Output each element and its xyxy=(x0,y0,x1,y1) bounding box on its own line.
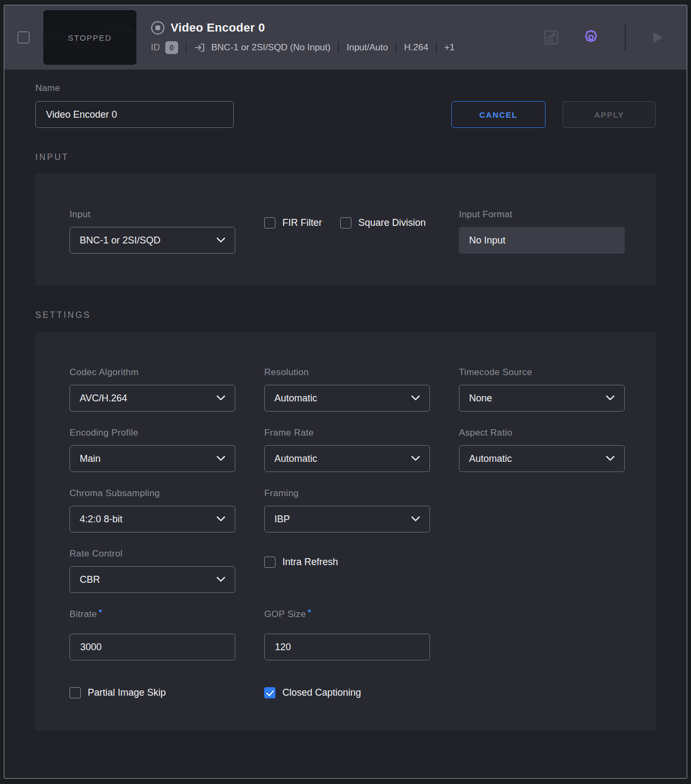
framing-value: IBP xyxy=(274,514,411,525)
required-dot xyxy=(99,610,102,612)
closed-captioning-checkbox[interactable] xyxy=(264,687,275,698)
framing-label: Framing xyxy=(264,488,430,499)
fir-filter-label: FIR Filter xyxy=(282,217,322,229)
rate-control-select[interactable]: CBR xyxy=(70,566,235,593)
fir-filter-checkbox[interactable] xyxy=(264,217,275,229)
chevron-down-icon xyxy=(217,238,225,243)
encoding-profile-value: Main xyxy=(80,453,217,465)
framing-select[interactable]: IBP xyxy=(264,506,430,532)
timecode-source-value: None xyxy=(469,393,606,404)
encoding-profile-label: Encoding Profile xyxy=(70,428,235,438)
frame-rate-value: Automatic xyxy=(274,453,411,465)
chroma-subsampling-value: 4:2:0 8-bit xyxy=(80,514,217,525)
divider xyxy=(186,42,187,54)
chevron-down-icon xyxy=(217,395,225,401)
required-dot xyxy=(308,610,311,612)
chart-icon xyxy=(543,29,560,46)
partial-image-skip-checkbox[interactable] xyxy=(70,687,81,698)
square-division-label: Square Division xyxy=(358,217,426,229)
gear-icon xyxy=(582,28,600,47)
settings-card: Codec Algorithm AVC/H.264 Resolution Aut… xyxy=(35,332,656,730)
aspect-ratio-select[interactable]: Automatic xyxy=(459,445,625,472)
meta-more: +1 xyxy=(444,42,455,53)
frame-rate-label: Frame Rate xyxy=(264,428,430,438)
page-title: Video Encoder 0 xyxy=(171,21,265,35)
gop-size-input[interactable] xyxy=(264,634,430,660)
cancel-button[interactable]: CANCEL xyxy=(451,101,546,128)
divider xyxy=(395,42,396,54)
bitrate-input[interactable] xyxy=(70,634,235,660)
intra-refresh-checkbox[interactable] xyxy=(264,557,275,568)
input-select[interactable]: BNC-1 or 2SI/SQD xyxy=(70,227,235,254)
divider xyxy=(338,42,339,54)
chevron-down-icon xyxy=(606,395,615,401)
meta-codec: H.264 xyxy=(404,42,428,53)
chevron-down-icon xyxy=(411,456,420,461)
codec-algorithm-select[interactable]: AVC/H.264 xyxy=(70,385,235,412)
resolution-select[interactable]: Automatic xyxy=(264,385,430,412)
chevron-down-icon xyxy=(411,516,420,522)
stats-button[interactable] xyxy=(542,28,561,47)
gop-size-label: GOP Size xyxy=(264,609,430,620)
rate-control-value: CBR xyxy=(80,574,217,585)
divider xyxy=(625,25,626,50)
encoder-form: Name CANCEL APPLY INPUT Input BNC-1 or 2… xyxy=(4,70,687,778)
gop-size-label-text: GOP Size xyxy=(264,609,306,619)
chevron-down-icon xyxy=(217,577,225,582)
settings-section-title: SETTINGS xyxy=(35,310,656,320)
apply-button[interactable]: APPLY xyxy=(563,101,656,128)
input-format-label: Input Format xyxy=(459,209,625,220)
rate-control-label: Rate Control xyxy=(70,549,235,559)
chroma-subsampling-label: Chroma Subsampling xyxy=(70,488,235,499)
encoder-header: STOPPED Video Encoder 0 ID 0 BNC-1 o xyxy=(4,5,687,70)
id-badge: 0 xyxy=(165,41,178,54)
timecode-source-label: Timecode Source xyxy=(459,367,625,378)
meta-input: BNC-1 or 2SI/SQD (No Input) xyxy=(211,42,331,53)
square-division-checkbox[interactable] xyxy=(340,217,351,229)
status-badge: STOPPED xyxy=(43,10,136,65)
closed-captioning-label: Closed Captioning xyxy=(282,687,361,698)
frame-rate-select[interactable]: Automatic xyxy=(264,445,430,472)
id-label: ID xyxy=(151,42,160,53)
select-encoder-checkbox[interactable] xyxy=(18,32,29,43)
settings-button[interactable] xyxy=(582,28,600,47)
play-button[interactable] xyxy=(649,29,665,45)
codec-algorithm-value: AVC/H.264 xyxy=(80,393,217,404)
aspect-ratio-label: Aspect Ratio xyxy=(459,428,625,438)
preview-thumbnail: STOPPED xyxy=(43,10,136,65)
chevron-down-icon xyxy=(217,516,225,522)
chroma-subsampling-select[interactable]: 4:2:0 8-bit xyxy=(70,506,235,532)
bitrate-label: Bitrate xyxy=(70,609,235,620)
input-source-icon xyxy=(194,42,206,54)
meta-mode: Input/Auto xyxy=(347,42,388,53)
chevron-down-icon xyxy=(411,395,420,401)
chevron-down-icon xyxy=(606,456,615,461)
codec-algorithm-label: Codec Algorithm xyxy=(70,367,235,378)
partial-image-skip-label: Partial Image Skip xyxy=(88,687,166,698)
timecode-source-select[interactable]: None xyxy=(459,385,625,412)
resolution-label: Resolution xyxy=(264,367,430,378)
input-select-value: BNC-1 or 2SI/SQD xyxy=(80,235,217,246)
input-label: Input xyxy=(70,209,235,220)
encoding-profile-select[interactable]: Main xyxy=(70,445,235,472)
name-input[interactable] xyxy=(35,101,234,128)
input-format-value: No Input xyxy=(459,227,625,254)
input-section-title: INPUT xyxy=(35,153,656,162)
bitrate-label-text: Bitrate xyxy=(70,609,97,619)
chevron-down-icon xyxy=(217,456,225,461)
header-actions xyxy=(542,25,665,50)
encoder-panel: STOPPED Video Encoder 0 ID 0 BNC-1 o xyxy=(4,5,687,779)
name-label: Name xyxy=(35,83,234,94)
stopped-state-icon xyxy=(151,21,165,35)
title-block: Video Encoder 0 ID 0 BNC-1 or 2SI/SQD (N… xyxy=(151,21,542,54)
divider xyxy=(436,42,437,54)
intra-refresh-label: Intra Refresh xyxy=(282,557,338,568)
aspect-ratio-value: Automatic xyxy=(469,453,606,465)
input-card: Input BNC-1 or 2SI/SQD FIR Filter xyxy=(35,174,656,286)
encoder-meta: ID 0 BNC-1 or 2SI/SQD (No Input) Input/A… xyxy=(151,41,542,54)
resolution-value: Automatic xyxy=(274,393,411,404)
